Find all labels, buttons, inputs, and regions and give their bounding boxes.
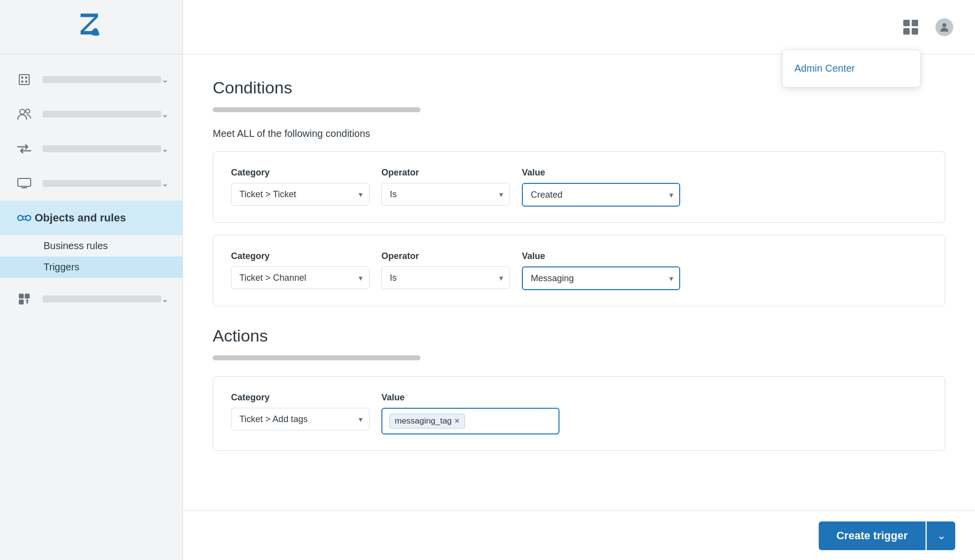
create-trigger-button[interactable]: Create trigger — [819, 521, 926, 550]
sidebar-item-apps-label — [43, 296, 161, 302]
action-1-category-label: Category — [231, 392, 370, 403]
action-1-category-wrapper: Ticket > Add tags — [231, 408, 370, 431]
svg-rect-3 — [21, 81, 23, 83]
admin-center-dropdown: Admin Center — [782, 49, 921, 87]
chevron-down-icon-3: ⌄ — [161, 143, 169, 154]
conditions-meet-label: Meet ALL of the following conditions — [213, 128, 945, 139]
condition-1-operator-group: Operator Is — [381, 168, 510, 206]
zendesk-logo — [72, 7, 111, 47]
user-avatar[interactable] — [933, 16, 955, 38]
sidebar-item-workspace[interactable]: ⌄ — [0, 62, 183, 97]
svg-rect-0 — [19, 75, 29, 85]
chevron-down-icon-2: ⌄ — [161, 109, 169, 120]
condition-2-category-group: Category Ticket > Channel — [231, 251, 370, 289]
svg-point-9 — [26, 215, 31, 220]
conditions-section: Conditions Meet ALL of the following con… — [213, 78, 945, 306]
svg-point-6 — [26, 109, 30, 113]
actions-bar — [213, 355, 420, 360]
condition-1-value-wrapper: Created — [522, 183, 680, 207]
main-content: Admin Center Conditions Meet ALL of the … — [183, 0, 975, 560]
sidebar-item-channels[interactable]: ⌄ — [0, 131, 183, 166]
sidebar-item-objects-rules[interactable]: Objects and rules — [0, 201, 183, 235]
sidebar-item-channels-label — [43, 145, 161, 152]
sidebar-logo — [0, 0, 183, 54]
condition-1-category-wrapper: Ticket > Ticket — [231, 183, 370, 206]
condition-2-operator-select[interactable]: Is — [381, 266, 510, 289]
conditions-bar — [213, 107, 420, 112]
sidebar-item-people[interactable]: ⌄ — [0, 97, 183, 131]
top-bar: Admin Center — [183, 0, 975, 54]
condition-1-operator-label: Operator — [381, 168, 510, 178]
action-1-category-select[interactable]: Ticket > Add tags — [231, 408, 370, 431]
action-1-value-label: Value — [381, 392, 559, 403]
monitor-icon — [14, 173, 35, 194]
building-icon — [14, 69, 35, 90]
condition-2-value-group: Value Messaging — [522, 251, 680, 290]
actions-section: Actions Category Ticket > Add tags Value — [213, 326, 945, 451]
condition-1-category-label: Category — [231, 168, 370, 178]
svg-rect-7 — [18, 178, 31, 186]
condition-1-value-group: Value Created — [522, 168, 680, 207]
admin-center-link[interactable]: Admin Center — [783, 54, 920, 83]
condition-2-operator-label: Operator — [381, 251, 510, 261]
condition-2-category-label: Category — [231, 251, 370, 261]
top-bar-icons — [900, 16, 955, 38]
sidebar: ⌄ ⌄ ⌄ — [0, 0, 183, 560]
sidebar-item-objects-rules-label: Objects and rules — [35, 212, 126, 224]
tag-messaging-tag: messaging_tag × — [389, 414, 465, 429]
objects-rules-icon — [14, 208, 35, 228]
svg-point-5 — [20, 109, 25, 114]
action-card-1: Category Ticket > Add tags Value messagi… — [213, 376, 945, 451]
condition-1-value-select[interactable]: Created — [522, 183, 680, 207]
svg-rect-2 — [25, 77, 27, 79]
condition-row-2: Category Ticket > Channel Operator Is — [231, 251, 927, 290]
tag-label: messaging_tag — [395, 416, 452, 426]
condition-1-operator-wrapper: Is — [381, 183, 510, 206]
condition-2-category-wrapper: Ticket > Channel — [231, 266, 370, 289]
actions-title: Actions — [213, 326, 945, 345]
create-trigger-dropdown-button[interactable]: ⌄ — [927, 521, 955, 550]
action-1-tag-input[interactable]: messaging_tag × — [381, 408, 559, 434]
chevron-down-icon-5: ⌄ — [161, 294, 169, 304]
svg-rect-11 — [25, 294, 30, 299]
user-icon — [935, 18, 953, 36]
condition-2-operator-group: Operator Is — [381, 251, 510, 289]
condition-1-value-label: Value — [522, 168, 680, 178]
action-1-value-group: Value messaging_tag × — [381, 392, 559, 434]
sidebar-item-apps[interactable]: ⌄ — [0, 282, 183, 316]
condition-card-2: Category Ticket > Channel Operator Is — [213, 235, 945, 306]
sub-navigation: Business rules Triggers — [0, 235, 183, 282]
svg-rect-10 — [19, 294, 24, 299]
condition-row-1: Category Ticket > Ticket Operator Is — [231, 168, 927, 207]
apps-icon — [14, 289, 35, 309]
condition-1-category-select[interactable]: Ticket > Ticket — [231, 183, 370, 206]
condition-1-operator-select[interactable]: Is — [381, 183, 510, 206]
svg-rect-4 — [25, 81, 27, 83]
svg-point-8 — [18, 215, 23, 220]
svg-rect-12 — [19, 300, 24, 304]
content-area: Conditions Meet ALL of the following con… — [183, 54, 975, 511]
condition-2-value-wrapper: Messaging — [522, 266, 680, 290]
people-icon — [14, 104, 35, 125]
condition-card-1: Category Ticket > Ticket Operator Is — [213, 151, 945, 223]
condition-2-category-select[interactable]: Ticket > Channel — [231, 266, 370, 289]
sidebar-item-workspace-label — [43, 76, 161, 83]
sidebar-item-screens[interactable]: ⌄ — [0, 166, 183, 201]
svg-point-15 — [942, 23, 946, 27]
sub-nav-item-business-rules[interactable]: Business rules — [0, 235, 183, 257]
svg-rect-1 — [21, 77, 23, 79]
tag-remove-button[interactable]: × — [455, 417, 459, 426]
grid-icon[interactable] — [900, 16, 922, 38]
chevron-down-icon-btn: ⌄ — [937, 529, 946, 542]
sidebar-item-people-label — [43, 111, 161, 118]
footer-bar: Create trigger ⌄ — [183, 511, 975, 560]
apps-grid-icon — [903, 20, 918, 35]
arrows-icon — [14, 138, 35, 159]
action-1-category-group: Category Ticket > Add tags — [231, 392, 370, 431]
condition-2-value-select[interactable]: Messaging — [522, 266, 680, 290]
condition-2-value-label: Value — [522, 251, 680, 261]
sub-nav-item-triggers[interactable]: Triggers — [0, 257, 183, 278]
chevron-down-icon: ⌄ — [161, 74, 169, 85]
action-row-1: Category Ticket > Add tags Value messagi… — [231, 392, 927, 434]
condition-2-operator-wrapper: Is — [381, 266, 510, 289]
